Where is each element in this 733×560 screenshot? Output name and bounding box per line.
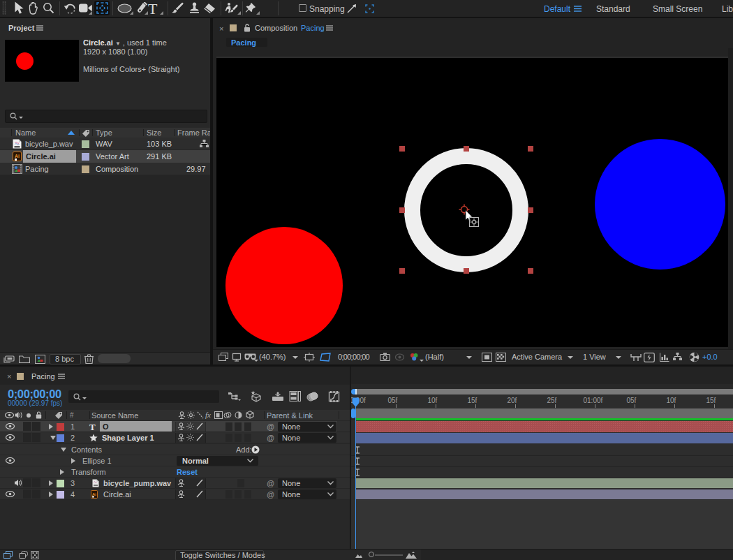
svg-text:Ai: Ai bbox=[92, 492, 96, 496]
svg-text:Ai: Ai bbox=[15, 154, 20, 159]
